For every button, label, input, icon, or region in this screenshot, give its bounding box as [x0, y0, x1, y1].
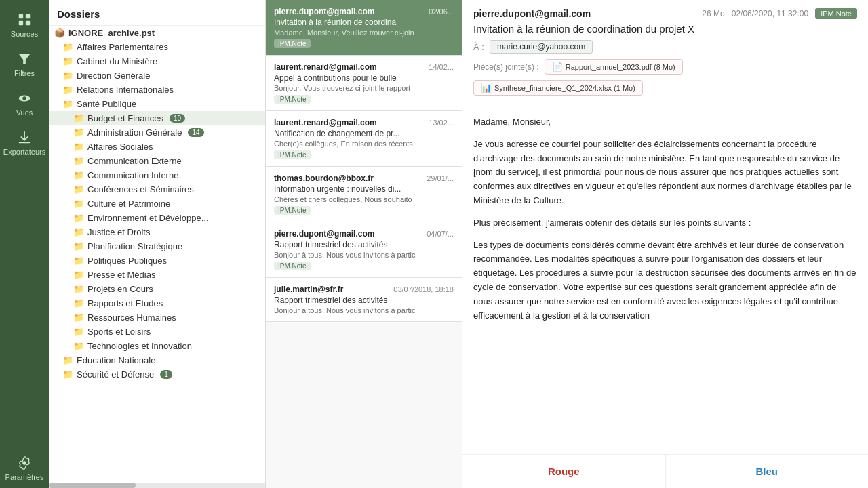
scrollbar-thumb[interactable]: [49, 483, 136, 488]
folder-label: Rapports et Etudes: [87, 298, 163, 308]
folder-icon: 📁: [73, 113, 84, 123]
svg-point-7: [22, 461, 26, 465]
body-paragraph-3: Plus précisément, j'aimerais obtenir des…: [473, 216, 857, 230]
sidebar-item-parametres[interactable]: Paramètres: [0, 449, 49, 488]
email-tag: IPM.Note: [274, 262, 311, 270]
folder-icon: 📁: [62, 56, 73, 66]
folder-item-rapports-etudes[interactable]: 📁 Rapports et Etudes: [49, 296, 265, 310]
email-date: 03/07/2018, 18:18: [393, 285, 454, 293]
folder-item-budget-finances[interactable]: 📁 Budget et Finances 10: [49, 111, 265, 125]
folder-icon: 📁: [73, 341, 84, 351]
email-sender: julie.martin@sfr.fr: [274, 285, 343, 294]
folder-item-cabinet-ministere[interactable]: 📁 Cabinet du Ministère: [49, 54, 265, 68]
folder-icon: 📁: [73, 170, 84, 180]
detail-sender: pierre.dupont@gmail.com: [473, 8, 591, 19]
email-date: 04/07/...: [427, 230, 454, 238]
folder-icon: 📁: [73, 312, 84, 323]
folder-item-technologies[interactable]: 📁 Technologies et Innovation: [49, 339, 265, 353]
email-sender: pierre.dupont@gmail.com: [274, 7, 374, 16]
folder-label: Justice et Droits: [87, 227, 150, 237]
sidebar-label-parametres: Paramètres: [5, 473, 44, 481]
detail-tag: IPM.Note: [815, 8, 857, 19]
sidebar-item-sources[interactable]: Sources: [0, 5, 49, 45]
folder-panel: Dossiers 📦 IGNORE_archive.pst 📁 Affaires…: [49, 0, 266, 488]
email-sender: laurent.renard@gmail.com: [274, 118, 377, 127]
email-detail: pierre.dupont@gmail.com 26 Mo 02/06/2020…: [462, 0, 868, 488]
email-list-item[interactable]: thomas.bourdon@bbox.fr 29/01/... Informa…: [266, 167, 462, 222]
sidebar-label-vues: Vues: [16, 108, 33, 117]
email-preview: Bonjour, Vous trouverez ci-joint le rapp…: [274, 84, 454, 92]
attachment-xls-name: Synthese_financiere_Q1_2024.xlsx (1 Mo): [494, 84, 635, 92]
folder-label: Communication Interne: [87, 170, 178, 180]
folder-panel-title: Dossiers: [49, 0, 265, 26]
email-detail-header: pierre.dupont@gmail.com 26 Mo 02/06/2020…: [462, 0, 868, 104]
folder-item-communication-externe[interactable]: 📁 Communication Externe: [49, 154, 265, 168]
detail-to-value: marie.curie@yahoo.com: [490, 40, 593, 54]
folder-item-education-nationale[interactable]: 📁 Education Nationale: [49, 353, 265, 367]
email-list-item[interactable]: julie.martin@sfr.fr 03/07/2018, 18:18 Ra…: [266, 278, 462, 322]
detail-to-row: À : marie.curie@yahoo.com: [473, 40, 857, 54]
folder-icon: 📁: [62, 369, 73, 380]
folder-item-justice-droits[interactable]: 📁 Justice et Droits: [49, 225, 265, 239]
horizontal-scrollbar[interactable]: [49, 483, 265, 488]
folder-item-admin-generale[interactable]: 📁 Administration Générale 14: [49, 125, 265, 140]
folder-item-ressources-humaines[interactable]: 📁 Ressources Humaines: [49, 310, 265, 325]
folder-item-projets-cours[interactable]: 📁 Projets en Cours: [49, 282, 265, 296]
pdf-icon: 📄: [552, 62, 563, 72]
email-list-item[interactable]: laurent.renard@gmail.com 14/02... Appel …: [266, 56, 462, 111]
folder-icon: 📁: [73, 256, 84, 266]
folder-item-relations-internationales[interactable]: 📁 Relations Internationales: [49, 83, 265, 97]
folder-item-politiques-publiques[interactable]: 📁 Politiques Publiques: [49, 253, 265, 268]
detail-meta: 26 Mo 02/06/2020, 11:32:00 IPM.Note: [702, 8, 857, 19]
folder-item-archive[interactable]: 📦 IGNORE_archive.pst: [49, 26, 265, 40]
email-detail-footer: Rouge Bleu: [462, 454, 868, 488]
folder-item-affaires-sociales[interactable]: 📁 Affaires Sociales: [49, 140, 265, 154]
folder-item-communication-interne[interactable]: 📁 Communication Interne: [49, 168, 265, 182]
folder-label: Sports et Loisirs: [87, 327, 151, 337]
sidebar-label-filtres: Filtres: [14, 69, 35, 77]
rouge-button[interactable]: Rouge: [462, 455, 665, 488]
folder-item-environnement[interactable]: 📁 Environnement et Développe...: [49, 211, 265, 225]
attachments-row: Pièce(s) jointe(s) : 📄 Rapport_annuel_20…: [473, 59, 857, 96]
sidebar-item-vues[interactable]: Vues: [0, 84, 49, 123]
folder-tree: 📦 IGNORE_archive.pst 📁 Affaires Parlemen…: [49, 26, 265, 483]
folder-item-presse-medias[interactable]: 📁 Presse et Médias: [49, 268, 265, 282]
filter-icon: [17, 52, 32, 66]
email-tag: IPM.Note: [274, 95, 311, 104]
email-subject: Appel à contributions pour le bulle: [274, 73, 454, 83]
folder-label: Ressources Humaines: [87, 312, 176, 323]
folder-item-culture-patrimoine[interactable]: 📁 Culture et Patrimoine: [49, 197, 265, 211]
email-list-item[interactable]: pierre.dupont@gmail.com 04/07/... Rappor…: [266, 222, 462, 278]
folder-icon: 📁: [73, 241, 84, 251]
folder-label: Budget et Finances: [87, 113, 163, 123]
sidebar-item-filtres[interactable]: Filtres: [0, 45, 49, 84]
email-sender: laurent.renard@gmail.com: [274, 62, 377, 72]
folder-item-securite-defense[interactable]: 📁 Sécurité et Défense 1: [49, 367, 265, 382]
email-list-item[interactable]: pierre.dupont@gmail.com 02/06... Invitat…: [266, 0, 462, 56]
folder-item-conferences-seminaires[interactable]: 📁 Conférences et Séminaires: [49, 182, 265, 197]
folder-label: Technologies et Innovation: [87, 341, 192, 351]
xls-icon: 📊: [481, 83, 492, 93]
folder-label: Cabinet du Ministère: [77, 56, 157, 66]
folder-label: Sécurité et Défense: [77, 369, 154, 380]
email-subject: Invitation à la réunion de coordina: [274, 18, 454, 27]
sidebar-item-exportateurs[interactable]: Exportateurs: [0, 123, 49, 163]
folder-item-affaires-parlementaires[interactable]: 📁 Affaires Parlementaires: [49, 40, 265, 54]
folder-icon: 📁: [73, 213, 84, 223]
folder-item-direction-generale[interactable]: 📁 Direction Générale: [49, 68, 265, 83]
attachment-xls[interactable]: 📊 Synthese_financiere_Q1_2024.xlsx (1 Mo…: [473, 80, 643, 96]
folder-item-sports-loisirs[interactable]: 📁 Sports et Loisirs: [49, 325, 265, 339]
folder-badge: 14: [188, 128, 203, 137]
folder-item-planification[interactable]: 📁 Planification Stratégique: [49, 239, 265, 253]
email-list-item[interactable]: laurent.renard@gmail.com 13/02... Notifi…: [266, 111, 462, 167]
bleu-button[interactable]: Bleu: [665, 455, 869, 488]
folder-label: Santé Publique: [77, 99, 136, 109]
folder-label: Administration Générale: [87, 127, 182, 138]
attachment-pdf[interactable]: 📄 Rapport_annuel_2023.pdf (8 Mo): [545, 59, 683, 75]
folder-item-sante-publique[interactable]: 📁 Santé Publique: [49, 97, 265, 111]
folder-label: Planification Stratégique: [87, 241, 182, 251]
email-subject: Information urgente : nouvelles di...: [274, 184, 454, 194]
email-preview: Madame, Monsieur, Veuillez trouver ci-jo…: [274, 28, 454, 37]
email-preview: Bonjour à tous, Nous vous invitons à par…: [274, 306, 454, 314]
folder-icon: 📁: [73, 184, 84, 195]
